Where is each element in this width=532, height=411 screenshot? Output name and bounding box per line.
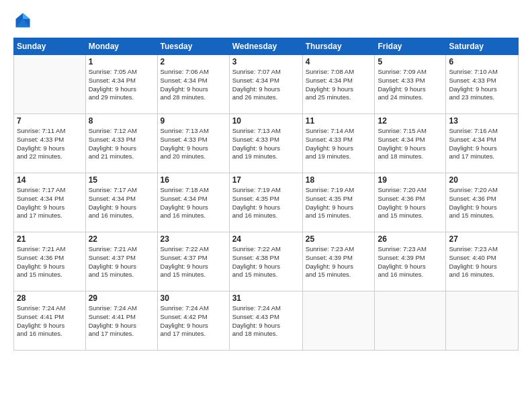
calendar-week-1: 1Sunrise: 7:05 AMSunset: 4:34 PMDaylight… <box>14 55 519 114</box>
calendar-cell: 20Sunrise: 7:20 AMSunset: 4:36 PMDayligh… <box>446 173 519 232</box>
calendar-cell: 26Sunrise: 7:23 AMSunset: 4:39 PMDayligh… <box>375 232 446 291</box>
day-number: 29 <box>89 293 154 303</box>
calendar-cell: 4Sunrise: 7:08 AMSunset: 4:34 PMDaylight… <box>302 55 375 114</box>
day-info: Sunrise: 7:19 AMSunset: 4:35 PMDaylight:… <box>232 186 300 220</box>
calendar-cell <box>302 291 375 351</box>
day-number: 3 <box>232 57 300 66</box>
day-info: Sunrise: 7:19 AMSunset: 4:35 PMDaylight:… <box>306 186 372 220</box>
calendar-cell: 19Sunrise: 7:20 AMSunset: 4:36 PMDayligh… <box>375 173 446 232</box>
day-number: 1 <box>89 57 154 66</box>
day-number: 11 <box>306 116 372 126</box>
day-info: Sunrise: 7:23 AMSunset: 4:39 PMDaylight:… <box>306 245 372 279</box>
calendar-cell: 10Sunrise: 7:13 AMSunset: 4:33 PMDayligh… <box>229 114 302 173</box>
day-number: 24 <box>232 234 300 244</box>
day-number: 19 <box>378 175 443 185</box>
day-number: 4 <box>306 57 372 66</box>
day-number: 18 <box>306 175 372 185</box>
weekday-header-friday: Friday <box>375 38 446 55</box>
day-info: Sunrise: 7:16 AMSunset: 4:34 PMDaylight:… <box>449 127 515 161</box>
day-number: 27 <box>449 234 515 244</box>
day-number: 6 <box>449 57 515 66</box>
day-number: 14 <box>17 175 83 185</box>
weekday-header-thursday: Thursday <box>302 38 375 55</box>
day-info: Sunrise: 7:23 AMSunset: 4:40 PMDaylight:… <box>449 245 515 279</box>
calendar-cell: 12Sunrise: 7:15 AMSunset: 4:34 PMDayligh… <box>375 114 446 173</box>
day-number: 9 <box>161 116 226 126</box>
day-info: Sunrise: 7:24 AMSunset: 4:41 PMDaylight:… <box>17 304 83 338</box>
calendar-cell: 22Sunrise: 7:21 AMSunset: 4:37 PMDayligh… <box>85 232 157 291</box>
calendar-cell: 1Sunrise: 7:05 AMSunset: 4:34 PMDaylight… <box>85 55 157 114</box>
weekday-header-wednesday: Wednesday <box>229 38 302 55</box>
day-info: Sunrise: 7:14 AMSunset: 4:33 PMDaylight:… <box>306 127 372 161</box>
day-info: Sunrise: 7:12 AMSunset: 4:33 PMDaylight:… <box>89 127 154 161</box>
calendar-cell: 17Sunrise: 7:19 AMSunset: 4:35 PMDayligh… <box>229 173 302 232</box>
calendar-week-2: 7Sunrise: 7:11 AMSunset: 4:33 PMDaylight… <box>14 114 519 173</box>
day-info: Sunrise: 7:15 AMSunset: 4:34 PMDaylight:… <box>378 127 443 161</box>
day-info: Sunrise: 7:22 AMSunset: 4:38 PMDaylight:… <box>232 245 300 279</box>
calendar-week-5: 28Sunrise: 7:24 AMSunset: 4:41 PMDayligh… <box>14 291 519 351</box>
calendar-cell: 28Sunrise: 7:24 AMSunset: 4:41 PMDayligh… <box>14 291 86 351</box>
calendar-cell: 3Sunrise: 7:07 AMSunset: 4:34 PMDaylight… <box>229 55 302 114</box>
day-info: Sunrise: 7:18 AMSunset: 4:34 PMDaylight:… <box>161 186 226 220</box>
calendar-cell: 2Sunrise: 7:06 AMSunset: 4:34 PMDaylight… <box>157 55 229 114</box>
day-info: Sunrise: 7:24 AMSunset: 4:42 PMDaylight:… <box>161 304 226 338</box>
day-info: Sunrise: 7:06 AMSunset: 4:34 PMDaylight:… <box>161 68 226 102</box>
day-info: Sunrise: 7:09 AMSunset: 4:33 PMDaylight:… <box>378 68 443 102</box>
day-number: 12 <box>378 116 443 126</box>
day-info: Sunrise: 7:13 AMSunset: 4:33 PMDaylight:… <box>161 127 226 161</box>
calendar-cell: 15Sunrise: 7:17 AMSunset: 4:34 PMDayligh… <box>85 173 157 232</box>
calendar: SundayMondayTuesdayWednesdayThursdayFrid… <box>13 38 519 351</box>
day-number: 10 <box>232 116 300 126</box>
calendar-cell: 24Sunrise: 7:22 AMSunset: 4:38 PMDayligh… <box>229 232 302 291</box>
calendar-cell: 7Sunrise: 7:11 AMSunset: 4:33 PMDaylight… <box>14 114 86 173</box>
day-info: Sunrise: 7:23 AMSunset: 4:39 PMDaylight:… <box>378 245 443 279</box>
calendar-cell: 25Sunrise: 7:23 AMSunset: 4:39 PMDayligh… <box>302 232 375 291</box>
day-number: 25 <box>306 234 372 244</box>
calendar-cell: 31Sunrise: 7:24 AMSunset: 4:43 PMDayligh… <box>229 291 302 351</box>
day-info: Sunrise: 7:22 AMSunset: 4:37 PMDaylight:… <box>161 245 226 279</box>
weekday-header-monday: Monday <box>85 38 157 55</box>
logo <box>13 11 35 30</box>
day-info: Sunrise: 7:10 AMSunset: 4:33 PMDaylight:… <box>449 68 515 102</box>
day-number: 15 <box>89 175 154 185</box>
calendar-cell: 16Sunrise: 7:18 AMSunset: 4:34 PMDayligh… <box>157 173 229 232</box>
day-number: 21 <box>17 234 83 244</box>
calendar-cell: 27Sunrise: 7:23 AMSunset: 4:40 PMDayligh… <box>446 232 519 291</box>
weekday-header-tuesday: Tuesday <box>157 38 229 55</box>
weekday-header-sunday: Sunday <box>14 38 86 55</box>
day-number: 22 <box>89 234 154 244</box>
svg-marker-1 <box>23 13 30 19</box>
day-info: Sunrise: 7:08 AMSunset: 4:34 PMDaylight:… <box>306 68 372 102</box>
day-number: 26 <box>378 234 443 244</box>
calendar-cell <box>14 55 86 114</box>
calendar-body: 1Sunrise: 7:05 AMSunset: 4:34 PMDaylight… <box>14 55 519 351</box>
calendar-cell: 23Sunrise: 7:22 AMSunset: 4:37 PMDayligh… <box>157 232 229 291</box>
day-info: Sunrise: 7:11 AMSunset: 4:33 PMDaylight:… <box>17 127 83 161</box>
weekday-header-row: SundayMondayTuesdayWednesdayThursdayFrid… <box>14 38 519 55</box>
day-info: Sunrise: 7:24 AMSunset: 4:43 PMDaylight:… <box>232 304 300 338</box>
page: SundayMondayTuesdayWednesdayThursdayFrid… <box>0 0 532 411</box>
day-number: 28 <box>17 293 83 303</box>
day-info: Sunrise: 7:17 AMSunset: 4:34 PMDaylight:… <box>89 186 154 220</box>
calendar-week-4: 21Sunrise: 7:21 AMSunset: 4:36 PMDayligh… <box>14 232 519 291</box>
day-number: 2 <box>161 57 226 66</box>
logo-icon <box>13 11 32 30</box>
day-number: 30 <box>161 293 226 303</box>
day-info: Sunrise: 7:17 AMSunset: 4:34 PMDaylight:… <box>17 186 83 220</box>
day-info: Sunrise: 7:13 AMSunset: 4:33 PMDaylight:… <box>232 127 300 161</box>
day-info: Sunrise: 7:20 AMSunset: 4:36 PMDaylight:… <box>378 186 443 220</box>
calendar-cell: 30Sunrise: 7:24 AMSunset: 4:42 PMDayligh… <box>157 291 229 351</box>
day-number: 5 <box>378 57 443 66</box>
calendar-cell <box>446 291 519 351</box>
calendar-cell <box>375 291 446 351</box>
day-number: 16 <box>161 175 226 185</box>
calendar-cell: 21Sunrise: 7:21 AMSunset: 4:36 PMDayligh… <box>14 232 86 291</box>
calendar-cell: 13Sunrise: 7:16 AMSunset: 4:34 PMDayligh… <box>446 114 519 173</box>
calendar-cell: 5Sunrise: 7:09 AMSunset: 4:33 PMDaylight… <box>375 55 446 114</box>
calendar-cell: 14Sunrise: 7:17 AMSunset: 4:34 PMDayligh… <box>14 173 86 232</box>
day-number: 31 <box>232 293 300 303</box>
calendar-cell: 9Sunrise: 7:13 AMSunset: 4:33 PMDaylight… <box>157 114 229 173</box>
calendar-week-3: 14Sunrise: 7:17 AMSunset: 4:34 PMDayligh… <box>14 173 519 232</box>
day-info: Sunrise: 7:07 AMSunset: 4:34 PMDaylight:… <box>232 68 300 102</box>
day-number: 20 <box>449 175 515 185</box>
